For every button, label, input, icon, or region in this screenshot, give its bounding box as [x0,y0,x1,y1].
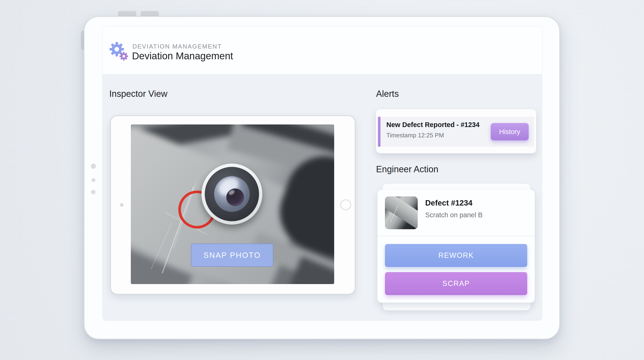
inspector-tablet-frame: SNAP PHOTO [110,115,356,295]
page-background: DEVIATION MANAGEMENT Deviation Managemen… [0,0,644,360]
engineer-action-card: Defect #1234 Scratch on panel B REWORK S… [378,190,535,303]
rework-button[interactable]: REWORK [385,244,527,267]
tablet-device: DEVIATION MANAGEMENT Deviation Managemen… [84,16,560,339]
defect-thumbnail [385,197,418,229]
history-button[interactable]: History [491,123,529,140]
inspector-tablet-camera-dot [120,203,124,207]
tablet-sensor-dot [92,178,96,182]
inspector-view-heading: Inspector View [109,89,168,99]
inspector-tablet-home-button[interactable] [340,200,351,210]
engineer-action-heading: Engineer Action [376,164,438,174]
alert-card: New Defect Reported - #1234 Timestamp 12… [376,109,536,153]
gears-icon [109,42,129,62]
app-header: DEVIATION MANAGEMENT Deviation Managemen… [102,27,542,75]
inspection-camera-feed: SNAP PHOTO [131,124,334,284]
camera-lens-icon [202,163,262,225]
tablet-sensor-dot [91,190,96,194]
page-title: Deviation Management [132,50,233,62]
defect-description: Scratch on panel B [425,211,482,219]
alert-timestamp: Timestamp 12:25 PM [386,132,444,139]
alert-title: New Defect Reported - #1234 [386,121,480,129]
tablet-camera-dot [91,163,96,169]
app-screen: DEVIATION MANAGEMENT Deviation Managemen… [102,26,542,321]
app-eyebrow: DEVIATION MANAGEMENT [132,43,222,50]
scrap-button[interactable]: SCRAP [385,272,527,295]
defect-title: Defect #1234 [425,199,472,208]
snap-photo-button[interactable]: SNAP PHOTO [191,244,273,267]
alert-priority-stripe [378,117,380,147]
card-divider [378,236,535,236]
alerts-heading: Alerts [376,89,399,99]
camera-aperture [226,189,244,206]
gear-small-icon [119,52,128,61]
